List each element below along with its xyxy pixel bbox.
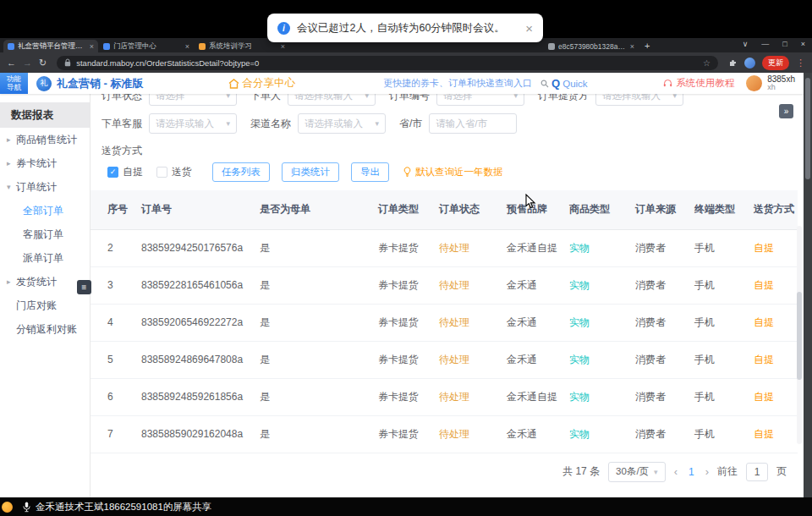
tab-title: e8c573980b1328a258fd2e6 (558, 42, 627, 51)
browser-tab[interactable]: e8c573980b1328a258fd2e6 × (544, 40, 639, 52)
bookmark-star-icon[interactable]: ☆ (703, 58, 710, 68)
sidebar-item-label: 派单订单 (23, 251, 63, 266)
sidebar-item[interactable]: 全部订单 (0, 199, 90, 222)
table-row[interactable]: 2 83859294250176576a 是 券卡提货 待处理 金禾通自提 实物… (91, 229, 798, 266)
cell-order-type: 券卡提货 (371, 415, 432, 453)
filter-select[interactable]: 请选择或输入 ▾ (595, 94, 683, 106)
table-row[interactable]: 3 83859228165461056a 是 券卡提货 待处理 金禾通 实物 消… (91, 266, 798, 304)
table-scrollbar-thumb[interactable] (797, 292, 802, 380)
page-unit-label: 页 (776, 464, 787, 479)
sidebar-item-label: 发货统计 (16, 275, 57, 289)
maximize-button[interactable]: □ (782, 40, 787, 48)
cell-seq: 6 (91, 378, 134, 415)
table-scrollbar[interactable] (797, 226, 802, 444)
filter-select[interactable]: 请选择或输入 ▾ (149, 113, 237, 134)
tab-favicon-icon (548, 43, 555, 50)
tab-close-icon[interactable]: × (630, 42, 634, 51)
filter-field: 下单客服 请选择或输入 ▾ (102, 113, 237, 134)
toast-close-icon[interactable]: × (525, 22, 533, 35)
filter-select[interactable]: 请选择 ▾ (436, 94, 524, 106)
sidebar: 数据报表 ▸ 商品销售统计 ▸ 券卡统计 ▾ 订单统计 全部订单 客服订单 派单… (0, 94, 91, 497)
hint-bulb-icon (403, 167, 412, 177)
sidebar-item-label: 客服订单 (23, 228, 63, 242)
browser-tab[interactable]: 礼盒营销平台管理中心 × (3, 40, 98, 52)
cell-order-status: 待处理 (432, 229, 500, 266)
sidebar-item[interactable]: 分销返利对账 (0, 317, 90, 341)
filter-select[interactable]: 请输入省/市 (429, 113, 517, 134)
next-page-button[interactable]: › (705, 465, 709, 478)
minimize-button[interactable]: — (761, 40, 769, 48)
filter-select[interactable]: 请选择或输入 ▾ (288, 94, 376, 106)
filter-label: 下单客服 (102, 117, 142, 131)
table-row[interactable]: 7 83858859029162048a 是 券卡提货 待处理 金禾通 实物 消… (91, 415, 798, 453)
prev-page-button[interactable]: ‹ (674, 465, 678, 478)
tab-search-icon[interactable]: ∨ (743, 40, 749, 48)
filter-select[interactable]: 请选择或输入 ▾ (298, 113, 386, 134)
taskbar-app-icon[interactable] (2, 502, 13, 513)
export-button[interactable]: 导出 (351, 162, 389, 182)
cell-order-status: 待处理 (432, 341, 500, 378)
browser-tab[interactable]: 门店管理中心 × (99, 40, 194, 52)
collapse-filters-button[interactable]: » (779, 104, 793, 118)
tab-close-icon[interactable]: × (281, 42, 285, 51)
tutorial-link[interactable]: 系统使用教程 (663, 77, 734, 90)
url-bar[interactable]: standard.maboy.cn/OrderStatisticsDetail?… (57, 56, 718, 70)
browser-menu-icon[interactable]: ⋮ (796, 58, 805, 69)
function-nav-button[interactable]: 功能 导航 (0, 73, 28, 94)
browser-scrollbar-thumb[interactable] (805, 78, 810, 179)
filter-field: 省/市 请输入省/市 (399, 113, 517, 134)
reload-icon[interactable]: ↻ (39, 58, 47, 68)
sidebar-item[interactable]: 派单订单 (0, 246, 90, 270)
sidebar-item[interactable]: ▸ 商品销售统计 (0, 128, 90, 151)
filter-select[interactable]: 请选择 ▾ (149, 94, 237, 106)
tab-title: 门店管理中心 (113, 41, 182, 52)
quick-link[interactable]: Q Quick (540, 77, 588, 90)
sidebar-item[interactable]: ▾ 订单统计 (0, 175, 90, 199)
close-window-button[interactable]: × (801, 40, 805, 48)
browser-scrollbar[interactable] (804, 73, 812, 497)
tab-close-icon[interactable]: × (90, 42, 94, 51)
table-row[interactable]: 4 83859206546922272a 是 券卡提货 待处理 金禾通 实物 消… (91, 304, 798, 341)
column-header: 终端类型 (688, 190, 747, 229)
checkbox-delivery[interactable]: 送货 (156, 165, 192, 179)
category-stats-button[interactable]: 归类统计 (282, 162, 339, 182)
page-size-select[interactable]: 30条/页 ▾ (608, 462, 666, 482)
filter-row-1: 订单状态 请选择 ▾ 下单人 请选择或输入 ▾ 订单编号 请选择 ▾ 订单提货方… (102, 94, 804, 106)
floating-menu-widget[interactable]: ≡ (77, 280, 91, 294)
filter-label: 订单状态 (102, 94, 142, 103)
user-avatar[interactable] (746, 75, 762, 91)
chrome-update-button[interactable]: 更新 (762, 56, 789, 70)
url-text: standard.maboy.cn/OrderStatisticsDetail?… (76, 58, 698, 68)
goto-page-input[interactable] (746, 463, 768, 481)
extensions-icon[interactable] (728, 58, 738, 68)
sidebar-item-label: 全部订单 (23, 204, 63, 218)
tutorial-label: 系统使用教程 (676, 77, 734, 90)
cell-order-source: 消费者 (628, 378, 688, 415)
cell-is-parent: 是 (253, 341, 371, 378)
sidebar-item[interactable]: ▸ 券卡统计 (0, 151, 90, 175)
task-list-button[interactable]: 任务列表 (212, 162, 270, 182)
tab-favicon-icon (8, 43, 14, 50)
delivery-method-label: 送货方式 (102, 144, 804, 158)
checkbox-self-pickup[interactable]: ✓ 自提 (107, 165, 143, 179)
sidebar-section-title: 数据报表 (0, 102, 90, 128)
table-row[interactable]: 5 83858924869647808a 是 券卡提货 待处理 金禾通 实物 消… (91, 341, 798, 378)
quick-search-icon (540, 80, 549, 88)
main-content: 订单状态 请选择 ▾ 下单人 请选择或输入 ▾ 订单编号 请选择 ▾ 订单提货方… (91, 94, 804, 497)
table-row[interactable]: 6 83858924859261856a 是 券卡提货 待处理 金禾通自提 实物… (91, 378, 798, 415)
tab-close-icon[interactable]: × (185, 42, 189, 51)
mouse-cursor (525, 194, 536, 210)
new-tab-button[interactable]: + (645, 41, 650, 51)
cell-order-no: 83859206546922272a (134, 304, 253, 341)
tab-favicon-icon (199, 43, 206, 50)
browser-profile-avatar[interactable] (744, 58, 755, 69)
sidebar-item[interactable]: 门店对账 (0, 294, 90, 317)
share-center-link[interactable]: 合分享中心 (228, 76, 296, 91)
back-icon[interactable]: ← (7, 58, 16, 68)
current-page-number[interactable]: 1 (686, 466, 697, 478)
cell-brand: 金禾通自提 (500, 229, 562, 266)
promo-text[interactable]: 更快捷的券卡、订单和快递查询入口 (383, 77, 532, 90)
forward-icon[interactable]: → (23, 58, 32, 68)
cell-terminal-type: 手机 (688, 341, 747, 378)
sidebar-item[interactable]: 客服订单 (0, 222, 90, 246)
